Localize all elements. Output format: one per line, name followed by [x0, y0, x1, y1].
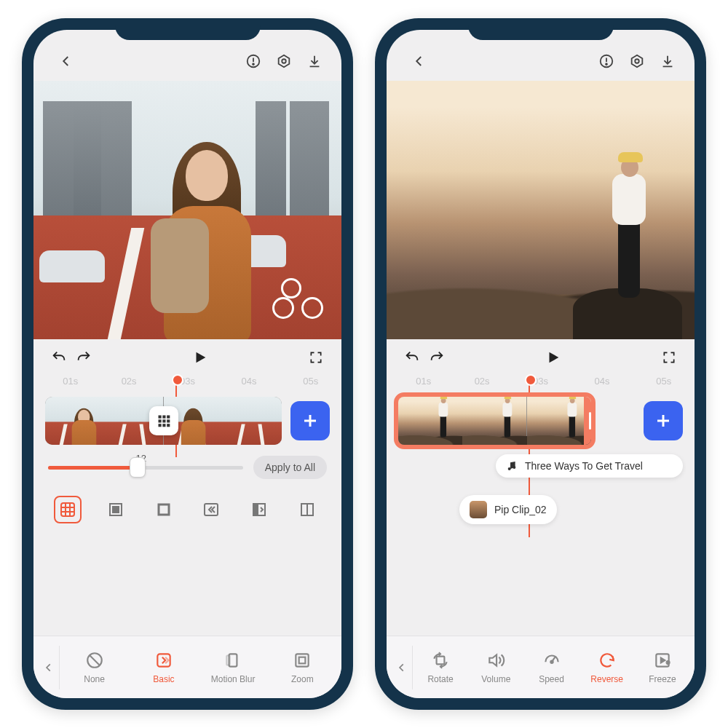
svg-point-50: [513, 466, 515, 469]
tab-label: Speed: [539, 674, 564, 684]
ruler-tick: 01s: [416, 376, 431, 387]
settings-icon[interactable]: [272, 49, 296, 74]
svg-rect-29: [253, 504, 258, 515]
svg-rect-19: [61, 503, 74, 516]
ruler-tick: 05s: [303, 376, 318, 387]
pip-clip-pill[interactable]: Pip Clip_02: [459, 495, 557, 524]
svg-rect-8: [158, 416, 161, 419]
settings-icon[interactable]: [625, 49, 649, 74]
svg-rect-26: [159, 505, 169, 515]
transition-shape-row: [33, 489, 341, 530]
svg-marker-52: [490, 654, 497, 665]
download-icon[interactable]: [302, 49, 327, 74]
pip-thumbnail: [470, 501, 487, 518]
tab-freeze[interactable]: * Freeze: [635, 651, 690, 684]
ruler-tick: 02s: [122, 376, 137, 387]
tabs-back-button[interactable]: [391, 646, 413, 689]
svg-rect-13: [167, 419, 170, 422]
playback-controls: [33, 339, 341, 376]
svg-rect-9: [162, 416, 165, 419]
redo-button[interactable]: [71, 345, 96, 370]
redo-button[interactable]: [424, 345, 449, 370]
phone-mockup-1: 01s 02s 03s 04s 05s 12: [22, 18, 353, 710]
tab-label: Zoom: [291, 674, 314, 684]
shape-border[interactable]: [102, 496, 130, 523]
download-icon[interactable]: [655, 49, 680, 74]
tab-label: Freeze: [649, 674, 676, 684]
shape-square[interactable]: [150, 496, 178, 523]
timeline-ruler[interactable]: 01s 02s 03s 04s 05s: [387, 376, 695, 392]
tab-label: Motion Blur: [211, 674, 256, 684]
undo-button[interactable]: [47, 345, 71, 370]
value-slider-row: 12 Apply to All: [33, 450, 341, 485]
shape-grid[interactable]: [54, 496, 82, 523]
tab-label: None: [84, 674, 105, 684]
ruler-tick: 05s: [656, 376, 671, 387]
tab-volume[interactable]: Volume: [468, 651, 523, 684]
alert-icon[interactable]: [241, 49, 266, 74]
add-clip-button[interactable]: [290, 401, 330, 440]
tab-basic[interactable]: Basic: [129, 651, 198, 684]
svg-marker-7: [196, 352, 205, 363]
svg-rect-51: [437, 656, 445, 664]
svg-rect-38: [299, 657, 306, 663]
svg-line-33: [90, 655, 99, 665]
transition-badge[interactable]: [149, 406, 178, 435]
tabs-back-button[interactable]: [38, 646, 60, 689]
svg-rect-14: [158, 424, 161, 427]
ruler-tick: 04s: [242, 376, 257, 387]
svg-point-2: [253, 63, 254, 65]
fullscreen-button[interactable]: [304, 345, 328, 370]
phone-notch: [468, 18, 614, 40]
tab-speed[interactable]: Speed: [523, 651, 579, 684]
tab-zoom[interactable]: Zoom: [268, 651, 337, 684]
value-slider[interactable]: 12: [48, 466, 243, 470]
timeline-ruler[interactable]: 01s 02s 03s 04s 05s: [33, 376, 341, 392]
svg-marker-3: [279, 55, 290, 68]
shape-rewind[interactable]: [197, 496, 225, 523]
svg-point-4: [282, 59, 286, 63]
svg-rect-15: [162, 424, 165, 427]
tab-motion-blur[interactable]: Motion Blur: [199, 651, 268, 684]
svg-marker-42: [632, 55, 643, 68]
svg-rect-37: [296, 654, 309, 666]
shape-slide[interactable]: [245, 496, 273, 523]
undo-button[interactable]: [400, 345, 424, 370]
audio-clip-label: Three Ways To Get Travel: [525, 460, 643, 472]
clip-strip-selected[interactable]: [398, 397, 591, 445]
audio-clip-pill[interactable]: Three Ways To Get Travel: [496, 454, 683, 478]
svg-marker-56: [661, 657, 665, 662]
svg-marker-46: [549, 352, 558, 363]
svg-point-43: [635, 59, 639, 63]
back-button[interactable]: [407, 49, 432, 74]
timeline-row: [33, 392, 341, 450]
bottom-tab-bar: None Basic Motion Blur Zoom: [33, 636, 341, 698]
app-screen-2: 01s 02s 03s 04s 05s: [387, 30, 695, 698]
apply-all-button[interactable]: Apply to All: [253, 456, 327, 479]
fullscreen-button[interactable]: [657, 345, 681, 370]
tab-label: Basic: [153, 674, 174, 684]
video-preview[interactable]: [33, 81, 341, 339]
video-preview[interactable]: [387, 81, 695, 339]
music-note-icon: [506, 460, 518, 472]
tab-reverse[interactable]: Reverse: [579, 651, 635, 684]
shape-split[interactable]: [293, 496, 321, 523]
ruler-tick: 02s: [475, 376, 490, 387]
play-button[interactable]: [188, 345, 213, 370]
app-screen-1: 01s 02s 03s 04s 05s 12: [33, 30, 341, 698]
svg-rect-12: [162, 419, 165, 422]
play-button[interactable]: [541, 345, 566, 370]
add-clip-button[interactable]: [644, 401, 683, 440]
phone-mockup-2: 01s 02s 03s 04s 05s: [375, 18, 706, 710]
svg-point-41: [606, 63, 607, 65]
clip-strip[interactable]: [45, 397, 282, 445]
back-button[interactable]: [54, 49, 79, 74]
clip-handle-right[interactable]: [584, 397, 591, 445]
ruler-tick: 01s: [63, 376, 78, 387]
alert-icon[interactable]: [594, 49, 619, 74]
svg-rect-11: [158, 419, 161, 422]
tab-rotate[interactable]: Rotate: [413, 651, 468, 684]
tab-label: Rotate: [427, 674, 453, 684]
tab-none[interactable]: None: [60, 651, 129, 684]
tab-label: Reverse: [590, 674, 623, 684]
